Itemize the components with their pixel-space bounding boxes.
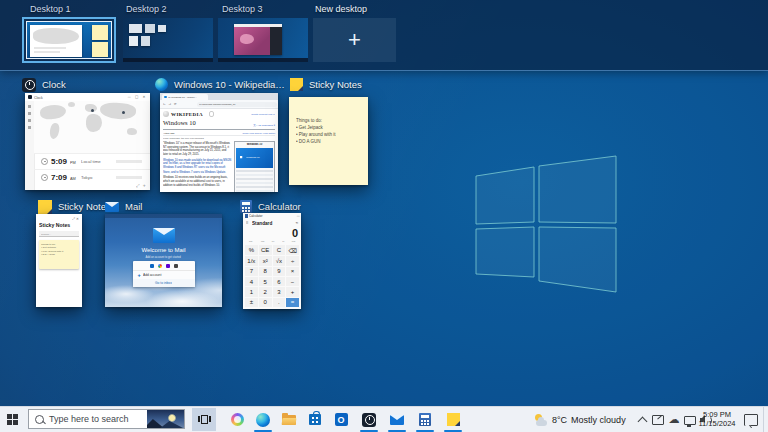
partly-cloudy-icon	[534, 414, 548, 426]
sticky-notes-icon	[447, 413, 460, 426]
calculator-window-header: Calculator	[240, 199, 301, 214]
calculator-mode: Standard	[252, 220, 272, 225]
taskbar-clock-button[interactable]	[356, 407, 382, 432]
edge-wikipedia-thumbnail[interactable]: W Windows 10 - Wikipe… ← → ⟳ en.wikipedi…	[160, 93, 278, 192]
taskbar-search-box[interactable]: Type here to search	[28, 409, 185, 429]
edge-icon	[256, 413, 270, 427]
taskbar-mail-button[interactable]	[384, 407, 410, 432]
desktop-1-sticky-1	[92, 25, 108, 40]
sticky-note-list-header: Sticky Note	[38, 199, 106, 214]
clock-window-header: Clock	[22, 77, 66, 92]
article-tabs: Article Talk Read View source View histo…	[163, 130, 275, 136]
tray-onedrive-button[interactable]: ☁	[666, 407, 682, 432]
sticky-list-note-card: Things to do:• Get Jetpack• Play around …	[39, 240, 79, 269]
desktop-2-thumbnail[interactable]	[123, 18, 213, 62]
clock-row-local: 5:09 PM Local time	[34, 153, 150, 169]
clock-corner-buttons: ⤢ +	[136, 183, 146, 188]
task-view-button[interactable]	[192, 408, 216, 431]
copilot-icon	[231, 413, 244, 426]
calculator-window-thumbnail[interactable]: Calculator — □ ✕ ≡ Standard ⟲ 0 MCMRM+M-…	[243, 213, 301, 309]
sticky-list-window-controls: ⤢ ✕	[59, 217, 79, 219]
sticky-list-app-title: Sticky Notes	[39, 223, 71, 229]
mail-titlebar	[105, 214, 222, 218]
clock-app-icon	[362, 413, 376, 427]
sticky-notes-thumbnail[interactable]: Things to do:• Get Jetpack• Play around …	[289, 97, 368, 185]
start-button[interactable]	[0, 407, 25, 432]
taskbar-file-explorer-button[interactable]	[276, 407, 302, 432]
hamburger-icon: ≡	[246, 220, 248, 224]
browser-tab: W Windows 10 - Wikipe…	[162, 94, 208, 100]
calculator-keypad: %CEC⌫1/xx²√x÷789×456−123+±0.=	[243, 244, 301, 309]
article-infobox: Windows 10 Windows 10	[234, 141, 275, 192]
taskbar-copilot-button[interactable]	[224, 407, 250, 432]
edge-window-title: Windows 10 - Wikipedia…	[174, 79, 285, 90]
clock-meridiem: AM	[70, 177, 74, 181]
plus-icon: +	[313, 18, 396, 62]
desktop-1-sticky-2	[92, 42, 108, 57]
action-center-icon	[744, 414, 758, 426]
wikipedia-account-links: Create account Log in	[252, 113, 275, 115]
infobox-image-label: Windows 10	[246, 156, 260, 159]
map-pin	[91, 109, 94, 112]
taskbar-outlook-button[interactable]: O	[328, 407, 354, 432]
mail-window-thumbnail[interactable]: Welcome to Mail Add an account to get st…	[105, 214, 222, 307]
clock-titlebar-icon	[28, 95, 32, 99]
desktop-3-label: Desktop 3	[222, 4, 263, 14]
clock-row-detail	[116, 176, 142, 179]
history-icon: ⟲	[295, 221, 298, 225]
taskbar-clock[interactable]: 5:09 PM 11/15/2024	[694, 407, 740, 432]
url-field: en.wikipedia.org/wiki/Windows_10	[197, 102, 277, 107]
desktop-1-clock-window	[30, 25, 82, 57]
desktop-3-thumbnail[interactable]	[218, 18, 308, 62]
tray-pen-button[interactable]	[650, 407, 666, 432]
calculator-mode-header: ≡ Standard ⟲	[243, 219, 301, 226]
other-account-icon	[174, 264, 178, 268]
mail-tagline: Add an account to get started	[146, 256, 181, 259]
mail-window-title: Mail	[125, 201, 142, 212]
browser-nav-buttons: ← → ⟳	[163, 102, 177, 106]
sticky-list-search-box: Search...	[39, 231, 79, 237]
tray-date: 11/15/2024	[699, 420, 736, 429]
new-desktop-button[interactable]: +	[313, 18, 396, 62]
show-desktop-button[interactable]	[763, 407, 768, 432]
moon-illustration	[168, 414, 176, 422]
edge-icon	[155, 78, 168, 91]
article-text: "Windows 10" is a major release of Micro…	[163, 141, 232, 192]
taskbar-sticky-notes-button[interactable]	[440, 407, 466, 432]
article-title-row: Windows 10 文A 42 languages ▾	[163, 119, 275, 130]
taskbar-store-button[interactable]	[302, 407, 328, 432]
task-view-screen: Desktop 1 Desktop 2 Desktop 3 New deskto…	[0, 0, 768, 432]
taskbar-weather[interactable]: 8°C Mostly cloudy	[534, 407, 626, 432]
world-map	[34, 101, 150, 153]
clock-times-list: 5:09 PM Local time 7:09 AM Tokyo	[34, 153, 150, 190]
url-text: en.wikipedia.org/wiki/Windows_10	[199, 103, 235, 105]
mail-icon	[105, 202, 119, 212]
clock-zone: Tokyo	[81, 175, 92, 179]
desktop-1-label: Desktop 1	[30, 4, 71, 14]
onedrive-cloud-icon: ☁	[669, 414, 680, 425]
windows-flag-icon	[240, 156, 245, 161]
action-center-button[interactable]	[740, 407, 762, 432]
taskbar-edge-button[interactable]	[250, 407, 276, 432]
tray-overflow-button[interactable]	[634, 407, 650, 432]
go-to-inbox-row: Go to inbox	[133, 279, 195, 287]
clock-window-thumbnail[interactable]: Clock — □ ✕ 5:09 PM Local time	[25, 93, 150, 190]
map-pin	[122, 111, 125, 114]
mail-envelope-icon	[153, 228, 175, 243]
clock-window-title: Clock	[42, 79, 66, 90]
desktop-1-thumbnail[interactable]	[22, 17, 116, 63]
tab-title: W Windows 10 - Wikipe…	[168, 96, 197, 99]
tab-favicon	[164, 96, 167, 99]
desktop-3-preview	[218, 18, 308, 62]
taskbar-calculator-button[interactable]	[412, 407, 438, 432]
wikipedia-wordmark: WIKIPEDIA	[171, 112, 203, 117]
outlook-account-icon	[150, 264, 154, 268]
clock-time: 5:09	[51, 157, 67, 166]
mail-welcome-text: Welcome to Mail	[141, 247, 185, 253]
wikipedia-page: WIKIPEDIA Create account Log in Windows …	[160, 108, 278, 192]
sticky-note-list-thumbnail[interactable]: ⤢ ✕ Sticky Notes Search... Things to do:…	[36, 214, 82, 307]
go-to-inbox-label: Go to inbox	[155, 281, 172, 284]
sticky-list-search-placeholder: Search...	[41, 232, 51, 235]
calculator-icon	[240, 200, 252, 213]
calculator-titlebar-text: Calculator	[249, 215, 263, 218]
